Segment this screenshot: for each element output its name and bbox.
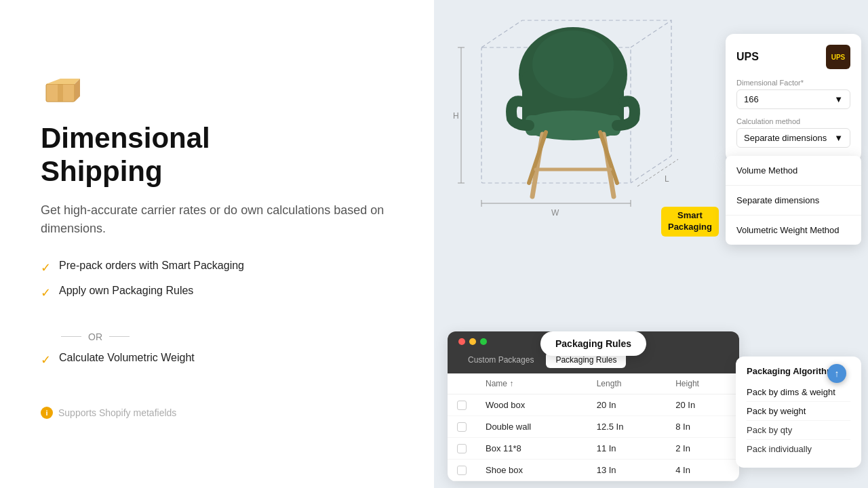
row3-name: Box 11*8 bbox=[476, 438, 587, 460]
calc-method-value: Separate dimensions bbox=[744, 133, 827, 143]
info-icon: i bbox=[41, 407, 53, 419]
check-icon-2: ✓ bbox=[41, 285, 51, 300]
svg-rect-17 bbox=[526, 115, 620, 136]
row4-height: 4 In bbox=[666, 460, 739, 481]
metafields-label: Supports Shopify metafields bbox=[58, 407, 176, 418]
feature-text-2: Apply own Packaging Rules bbox=[59, 285, 193, 297]
row2-height: 8 In bbox=[666, 416, 739, 438]
col-height: Height bbox=[666, 373, 739, 394]
dot-red bbox=[458, 338, 465, 345]
row1-height: 20 In bbox=[666, 394, 739, 416]
chair-illustration bbox=[495, 20, 651, 203]
logo-icon bbox=[41, 69, 393, 122]
left-panel: Dimensional Shipping Get high-accurate c… bbox=[0, 0, 434, 488]
ups-title: UPS bbox=[736, 51, 759, 63]
features-list-2: ✓ Calculate Volumetric Weight bbox=[41, 352, 393, 377]
dim-factor-label: Dimensional Factor* bbox=[736, 79, 850, 87]
row3-length: 11 In bbox=[587, 438, 667, 460]
svg-point-18 bbox=[532, 30, 614, 98]
right-panel: H W L Volumetric Weight Smart Packaging bbox=[434, 0, 868, 488]
dot-green bbox=[480, 338, 487, 345]
row2-checkbox[interactable] bbox=[457, 422, 467, 432]
row4-name: Shoe box bbox=[476, 460, 587, 481]
row2-name: Double wall bbox=[476, 416, 587, 438]
col-length: Length bbox=[587, 373, 667, 394]
ups-logo: UPS bbox=[826, 45, 850, 69]
tab-custom-packages[interactable]: Custom Packages bbox=[458, 352, 543, 368]
ups-card: UPS UPS Dimensional Factor* 166 ▼ Calcul… bbox=[726, 34, 861, 161]
check-icon-1: ✓ bbox=[41, 260, 51, 275]
row1-length: 20 In bbox=[587, 394, 667, 416]
packages-card: Custom Packages Packaging Rules Packagin… bbox=[448, 331, 739, 481]
row2-length: 12.5 In bbox=[587, 416, 667, 438]
table-row: Double wall 12.5 In 8 In bbox=[448, 416, 739, 438]
packages-table-wrapper: Name ↑ Length Height Wood box 20 In 20 I… bbox=[448, 373, 739, 481]
dropdown-item-volumetric[interactable]: Volumetric Weight Method bbox=[726, 216, 861, 245]
algo-item-2[interactable]: Pack by weight bbox=[747, 402, 850, 421]
feature-item-3: ✓ Calculate Volumetric Weight bbox=[41, 352, 393, 367]
row1-name: Wood box bbox=[476, 394, 587, 416]
table-row: Shoe box 13 In 4 In bbox=[448, 460, 739, 481]
algo-item-3[interactable]: Pack by qty bbox=[747, 421, 850, 440]
row4-length: 13 In bbox=[587, 460, 667, 481]
page-title: Dimensional Shipping bbox=[41, 122, 393, 188]
table-header-row: Name ↑ Length Height bbox=[448, 373, 739, 394]
dim-factor-arrow: ▼ bbox=[834, 94, 843, 104]
cursor-pointer bbox=[827, 364, 846, 383]
check-icon-3: ✓ bbox=[41, 352, 51, 367]
feature-item-2: ✓ Apply own Packaging Rules bbox=[41, 285, 393, 300]
dot-yellow bbox=[469, 338, 476, 345]
calc-method-label: Calculation method bbox=[736, 117, 850, 125]
features-list: ✓ Pre-pack orders with Smart Packaging ✓… bbox=[41, 260, 393, 310]
svg-text:H: H bbox=[453, 111, 459, 121]
feature-text-1: Pre-pack orders with Smart Packaging bbox=[59, 260, 244, 272]
or-divider: OR bbox=[61, 331, 393, 342]
algo-item-4[interactable]: Pack individually bbox=[747, 440, 850, 458]
svg-text:L: L bbox=[665, 174, 669, 184]
algo-item-1[interactable]: Pack by dims & weight bbox=[747, 383, 850, 402]
dropdown-item-separate[interactable]: Separate dimensions bbox=[726, 186, 861, 216]
dim-factor-select[interactable]: 166 ▼ bbox=[736, 89, 850, 109]
ups-header: UPS UPS bbox=[736, 45, 850, 69]
packaging-rules-bubble: Packaging Rules bbox=[540, 331, 646, 356]
table-row: Wood box 20 In 20 In bbox=[448, 394, 739, 416]
row4-checkbox[interactable] bbox=[457, 466, 467, 475]
feature-text-3: Calculate Volumetric Weight bbox=[59, 352, 195, 364]
col-checkbox bbox=[448, 373, 476, 394]
row1-checkbox[interactable] bbox=[457, 401, 467, 410]
svg-rect-2 bbox=[58, 84, 63, 102]
tabs-container: Custom Packages Packaging Rules Packagin… bbox=[448, 352, 739, 373]
smart-pack-badge: Smart Packaging bbox=[661, 207, 719, 237]
dropdown-item-volume[interactable]: Volume Method bbox=[726, 156, 861, 186]
row3-checkbox[interactable] bbox=[457, 444, 467, 453]
calc-method-arrow: ▼ bbox=[834, 133, 843, 143]
feature-item-1: ✓ Pre-pack orders with Smart Packaging bbox=[41, 260, 393, 275]
packages-table: Name ↑ Length Height Wood box 20 In 20 I… bbox=[448, 373, 739, 481]
dim-factor-value: 166 ▼ bbox=[736, 89, 850, 109]
row3-height: 2 In bbox=[666, 438, 739, 460]
col-name: Name ↑ bbox=[476, 373, 587, 394]
table-row: Box 11*8 11 In 2 In bbox=[448, 438, 739, 460]
or-label: OR bbox=[88, 331, 102, 342]
calc-method-dropdown: Volume Method Separate dimensions Volume… bbox=[726, 156, 861, 245]
calc-method-select[interactable]: Separate dimensions ▼ bbox=[736, 128, 850, 148]
metafields-note: i Supports Shopify metafields bbox=[41, 407, 393, 419]
subtitle: Get high-accurate carrier rates or do ow… bbox=[41, 201, 393, 238]
